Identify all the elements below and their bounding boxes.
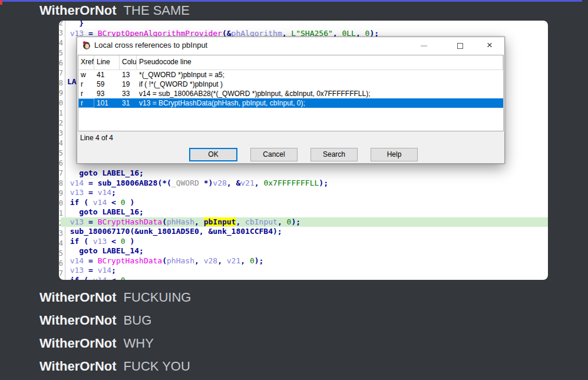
code-line: goto LABEL_14; bbox=[61, 246, 548, 256]
xref-row[interactable]: r10131v13 = BCryptHashData(phHash, pbInp… bbox=[78, 98, 503, 108]
column-header[interactable]: Xref bbox=[78, 55, 94, 70]
xref-cell: 59 bbox=[94, 80, 120, 89]
message-text: WHY bbox=[124, 336, 154, 351]
column-header[interactable]: Pseudocode line bbox=[137, 55, 503, 70]
message-username[interactable]: WitherOrNot bbox=[39, 336, 117, 351]
close-icon[interactable]: × bbox=[480, 37, 500, 54]
message-text: FUCKUING bbox=[124, 290, 191, 305]
minimize-icon[interactable] bbox=[414, 37, 434, 54]
dialog-titlebar[interactable]: Local cross references to pbInput × bbox=[77, 37, 504, 54]
line-number: 88 bbox=[59, 78, 63, 88]
column-header[interactable]: Line bbox=[94, 55, 120, 70]
message-text: FUCK YOU bbox=[124, 359, 190, 374]
chat-message: WitherOrNotWHY bbox=[39, 335, 154, 352]
code-line: v14 = BCryptHashData(phHash, v28, v21, 0… bbox=[61, 256, 548, 266]
ok-button[interactable]: OK bbox=[189, 148, 237, 161]
xref-cell: 33 bbox=[120, 89, 137, 98]
column-header[interactable]: Colun bbox=[120, 55, 137, 70]
line-number: 94 bbox=[59, 138, 63, 148]
line-number: 95 bbox=[59, 148, 63, 158]
code-line: if ( v14 < 0 bbox=[61, 276, 548, 280]
line-number: 92 bbox=[59, 118, 63, 128]
code-label-fragment: LA bbox=[67, 77, 77, 86]
message-username[interactable]: WitherOrNot bbox=[39, 313, 117, 328]
xref-cell: *(_QWORD *)pbInput = a5; bbox=[137, 70, 503, 80]
xref-cell: 101 bbox=[94, 98, 120, 108]
line-number: 91 bbox=[59, 108, 63, 118]
line-number: 93 bbox=[59, 128, 63, 138]
xref-row[interactable]: r9333v14 = sub_18006AB28(*(_QWORD *)pbIn… bbox=[78, 89, 503, 98]
current-code-line: v13 = BCryptHashData(phHash, pbInput, cb… bbox=[61, 217, 548, 227]
search-button[interactable]: Search bbox=[310, 148, 358, 161]
line-number: 86 bbox=[59, 58, 63, 68]
line-number: 90 bbox=[59, 98, 63, 108]
xref-cell: r bbox=[78, 98, 94, 108]
code-line: v13 = v14; bbox=[61, 266, 548, 276]
xref-cell: v14 = sub_18006AB28(*(_QWORD *)pbInput, … bbox=[137, 89, 503, 98]
chat-message: WitherOrNotBUG bbox=[39, 312, 151, 329]
maximize-icon[interactable] bbox=[450, 37, 470, 54]
status-line: Line 4 of 4 bbox=[80, 134, 113, 142]
message-text: BUG bbox=[124, 313, 152, 328]
message-username[interactable]: WitherOrNot bbox=[39, 3, 117, 18]
chat-message: WitherOrNotTHE SAME bbox=[39, 2, 190, 19]
line-number: 89 bbox=[59, 88, 63, 98]
line-number: 87 bbox=[59, 68, 63, 78]
code-line: } bbox=[61, 21, 548, 28]
xref-cell: r bbox=[78, 89, 94, 98]
highlighted-identifier: pbInput bbox=[204, 217, 236, 226]
xref-cell: 31 bbox=[120, 98, 137, 108]
help-button[interactable]: Help bbox=[371, 148, 418, 161]
dialog-icon bbox=[82, 41, 91, 49]
cancel-button[interactable]: Cancel bbox=[250, 148, 298, 161]
line-number: 96 bbox=[59, 158, 63, 168]
code-line: v14 = sub_18006AB28(*(_QWORD *)v28, &v21… bbox=[61, 179, 548, 189]
scroll-indicator bbox=[0, 0, 2, 5]
code-line: v13 = v14; bbox=[61, 188, 548, 198]
message-username[interactable]: WitherOrNot bbox=[39, 290, 117, 305]
code-line: goto LABEL_16; bbox=[61, 168, 548, 179]
xref-cell: 93 bbox=[94, 89, 120, 98]
xref-list: XrefLineColunPseudocode line w4113*(_QWO… bbox=[78, 55, 504, 131]
xref-row[interactable]: w4113*(_QWORD *)pbInput = a5; bbox=[78, 70, 503, 80]
xref-cell: r bbox=[78, 80, 94, 89]
ida-screenshot-attachment[interactable]: 8283848586878889909192939495969798991001… bbox=[59, 21, 548, 280]
line-number: 85 bbox=[59, 48, 63, 58]
chat-message: WitherOrNotFUCKUING bbox=[39, 289, 191, 306]
code-line: sub_180067170(&unk_1801AD5E0, &unk_1801C… bbox=[61, 227, 548, 237]
pseudocode-bottom: goto LABEL_16; v14 = sub_18006AB28(*(_QW… bbox=[61, 168, 548, 280]
xref-cell: v13 = BCryptHashData(phHash, pbInput, cb… bbox=[137, 98, 503, 108]
chat-message: WitherOrNotFUCK YOU bbox=[39, 358, 190, 375]
xref-cell: if ( !*(_QWORD *)pbInput ) bbox=[137, 80, 503, 89]
line-number: 84 bbox=[59, 38, 63, 48]
code-line: goto LABEL_16; bbox=[61, 207, 548, 217]
xref-cell: 41 bbox=[94, 70, 120, 80]
xref-cell: 13 bbox=[120, 70, 137, 80]
discord-chat: WitherOrNotTHE SAMEWitherOrNotFUCKUINGWi… bbox=[0, 0, 588, 380]
message-text: THE SAME bbox=[124, 3, 190, 18]
xref-cell: w bbox=[78, 70, 94, 80]
list-header: XrefLineColunPseudocode line bbox=[78, 55, 503, 70]
message-username[interactable]: WitherOrNot bbox=[39, 359, 117, 374]
xref-dialog: Local cross references to pbInput × Xref… bbox=[77, 37, 505, 164]
code-line: if ( v13 < 0 ) bbox=[61, 237, 548, 247]
xref-row[interactable]: r5919if ( !*(_QWORD *)pbInput ) bbox=[78, 80, 503, 89]
xref-cell: 19 bbox=[120, 80, 137, 89]
dialog-title: Local cross references to pbInput bbox=[94, 37, 207, 54]
pseudocode-top: } v13 = BCryptOpenAlgorithmProvider(&phA… bbox=[61, 21, 548, 38]
code-line: if ( v14 < 0 ) bbox=[61, 198, 548, 208]
